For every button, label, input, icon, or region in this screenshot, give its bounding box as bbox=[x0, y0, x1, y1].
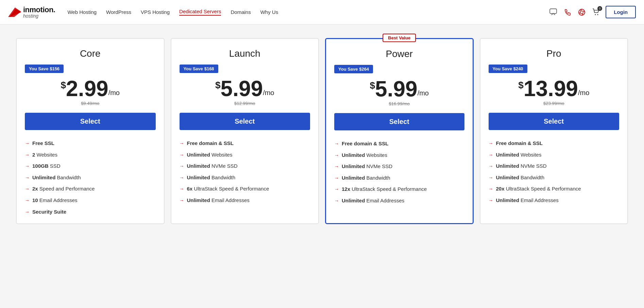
feature-item: → 12x UltraStack Speed & Performance bbox=[334, 185, 464, 193]
chat-icon[interactable] bbox=[548, 7, 558, 17]
login-button[interactable]: Login bbox=[606, 6, 636, 18]
price-dollar-sign: $ bbox=[215, 80, 221, 91]
svg-point-10 bbox=[597, 14, 598, 15]
feature-item: → Free domain & SSL bbox=[334, 140, 464, 147]
plan-name: Pro bbox=[489, 48, 620, 59]
price-per-month: /mo bbox=[263, 89, 274, 97]
price-display: $ 5.99 /mo bbox=[180, 78, 310, 99]
arrow-icon: → bbox=[180, 197, 184, 204]
feature-item: → Free domain & SSL bbox=[180, 140, 310, 147]
feature-text: 2 Websites bbox=[32, 151, 57, 158]
arrow-icon: → bbox=[489, 152, 493, 159]
feature-text: Unlimited Websites bbox=[187, 151, 233, 158]
feature-item: → Unlimited Email Addresses bbox=[489, 197, 620, 204]
arrow-icon: → bbox=[489, 186, 493, 193]
feature-item: → 10 Email Addresses bbox=[25, 197, 156, 204]
nav-web-hosting[interactable]: Web Hosting bbox=[67, 9, 97, 15]
arrow-icon: → bbox=[25, 197, 30, 204]
features-list: → Free SSL → 2 Websites → 100GB SSD → Un… bbox=[25, 140, 156, 215]
plans-grid: Core You Save $156 $ 2.99 /mo $9.49/mo S… bbox=[16, 38, 628, 224]
arrow-icon: → bbox=[180, 186, 184, 193]
support-icon[interactable] bbox=[577, 7, 587, 17]
feature-text: Unlimited Bandwidth bbox=[342, 174, 390, 181]
original-price: $9.49/mo bbox=[25, 101, 156, 106]
plan-card-core: Core You Save $156 $ 2.99 /mo $9.49/mo S… bbox=[16, 38, 165, 224]
arrow-icon: → bbox=[25, 140, 30, 147]
original-price: $12.99/mo bbox=[180, 101, 310, 106]
feature-text: 6x UltraStack Speed & Performance bbox=[187, 185, 269, 192]
price-dollar-sign: $ bbox=[61, 80, 66, 91]
nav-wordpress[interactable]: WordPress bbox=[106, 9, 131, 15]
feature-text: 2x Speed and Performance bbox=[32, 185, 95, 192]
original-price: $16.99/mo bbox=[334, 101, 464, 106]
features-list: → Free domain & SSL → Unlimited Websites… bbox=[334, 140, 464, 204]
arrow-icon: → bbox=[180, 175, 184, 181]
feature-item: → 6x UltraStack Speed & Performance bbox=[180, 185, 310, 193]
price-per-month: /mo bbox=[108, 89, 120, 97]
nav-dedicated-servers[interactable]: Dedicated Servers bbox=[179, 8, 221, 16]
price-amount: 5.99 bbox=[221, 78, 263, 99]
best-value-badge: Best Value bbox=[383, 34, 416, 42]
arrow-icon: → bbox=[489, 197, 493, 204]
feature-text: Unlimited Websites bbox=[496, 151, 542, 158]
feature-item: → Unlimited Bandwidth bbox=[180, 174, 310, 181]
arrow-icon: → bbox=[334, 141, 339, 147]
feature-text: Unlimited Websites bbox=[342, 151, 387, 159]
nav-links: Web Hosting WordPress VPS Hosting Dedica… bbox=[67, 8, 542, 16]
feature-item: → Unlimited Bandwidth bbox=[25, 174, 156, 181]
plan-name: Core bbox=[25, 48, 156, 59]
select-button-core[interactable]: Select bbox=[25, 113, 156, 130]
feature-item: → Unlimited NVMe SSD bbox=[489, 162, 620, 170]
features-list: → Free domain & SSL → Unlimited Websites… bbox=[180, 140, 310, 204]
feature-item: → Free domain & SSL bbox=[489, 140, 620, 147]
features-list: → Free domain & SSL → Unlimited Websites… bbox=[489, 140, 620, 204]
arrow-icon: → bbox=[25, 209, 30, 216]
feature-item: → Unlimited Email Addresses bbox=[334, 197, 464, 204]
svg-point-3 bbox=[579, 9, 585, 15]
feature-item: → 2 Websites bbox=[25, 151, 156, 159]
feature-text: Unlimited NVMe SSD bbox=[187, 162, 238, 169]
feature-item: → Free SSL bbox=[25, 140, 156, 147]
select-button-pro[interactable]: Select bbox=[489, 113, 620, 130]
arrow-icon: → bbox=[180, 140, 184, 147]
savings-badge: You Save $168 bbox=[180, 65, 218, 73]
feature-text: 100GB SSD bbox=[32, 162, 61, 169]
cart-icon[interactable]: 0 bbox=[591, 7, 601, 17]
feature-text: Unlimited Email Addresses bbox=[496, 197, 559, 204]
feature-text: Unlimited Email Addresses bbox=[342, 197, 404, 204]
feature-item: → Unlimited Email Addresses bbox=[180, 197, 310, 204]
price-dollar-sign: $ bbox=[518, 80, 524, 91]
logo[interactable]: inmotion. hosting bbox=[8, 6, 55, 18]
pricing-section: Core You Save $156 $ 2.99 /mo $9.49/mo S… bbox=[0, 24, 644, 308]
price-display: $ 13.99 /mo bbox=[489, 78, 620, 99]
nav-vps-hosting[interactable]: VPS Hosting bbox=[141, 9, 170, 15]
feature-item: → Security Suite bbox=[25, 208, 156, 216]
price-display: $ 2.99 /mo bbox=[25, 78, 156, 99]
svg-point-4 bbox=[580, 11, 583, 14]
arrow-icon: → bbox=[489, 140, 493, 147]
arrow-icon: → bbox=[334, 163, 339, 170]
price-amount: 2.99 bbox=[66, 78, 108, 99]
select-button-launch[interactable]: Select bbox=[180, 113, 310, 130]
nav-domains[interactable]: Domains bbox=[231, 9, 251, 15]
price-dollar-sign: $ bbox=[370, 80, 375, 91]
phone-icon[interactable] bbox=[563, 7, 572, 17]
plan-card-power: Best Value Power You Save $264 $ 5.99 /m… bbox=[325, 38, 474, 224]
select-button-power[interactable]: Select bbox=[334, 113, 464, 130]
plan-card-pro: Pro You Save $240 $ 13.99 /mo $23.99/mo … bbox=[480, 38, 628, 224]
arrow-icon: → bbox=[334, 186, 339, 193]
feature-item: → Unlimited Bandwidth bbox=[334, 174, 464, 182]
feature-text: Security Suite bbox=[32, 208, 66, 215]
feature-item: → Unlimited Websites bbox=[334, 151, 464, 159]
feature-item: → 100GB SSD bbox=[25, 162, 156, 170]
feature-text: Unlimited NVMe SSD bbox=[342, 163, 392, 170]
logo-inmotion-text: inmotion. bbox=[23, 6, 55, 14]
arrow-icon: → bbox=[489, 163, 493, 170]
feature-item: → Unlimited Bandwidth bbox=[489, 174, 620, 181]
svg-point-9 bbox=[595, 14, 596, 15]
arrow-icon: → bbox=[180, 152, 184, 159]
nav-why-us[interactable]: Why Us bbox=[260, 9, 278, 15]
savings-badge: You Save $264 bbox=[334, 65, 373, 73]
arrow-icon: → bbox=[25, 152, 30, 159]
arrow-icon: → bbox=[25, 186, 30, 193]
